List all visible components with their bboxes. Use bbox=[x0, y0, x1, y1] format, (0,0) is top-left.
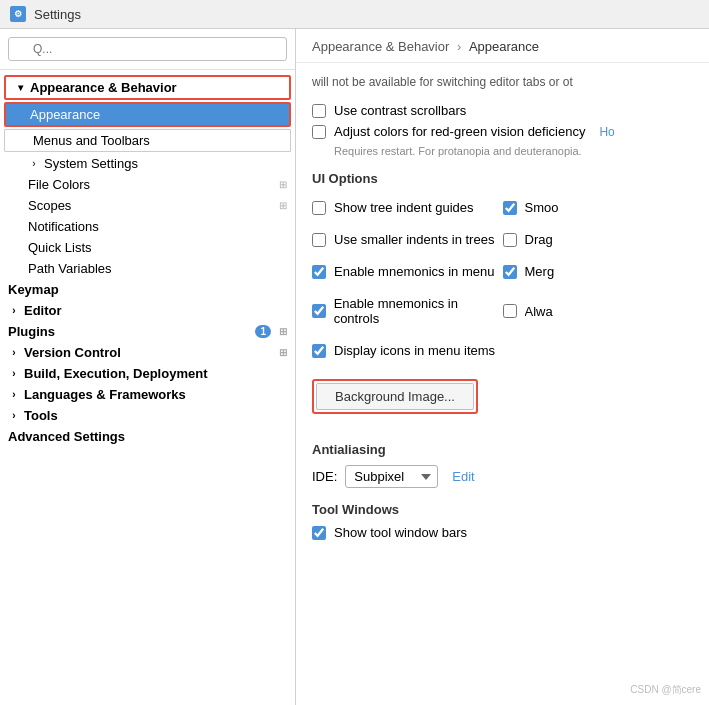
sidebar-label: Plugins bbox=[8, 324, 55, 339]
contrast-scrollbars-checkbox[interactable] bbox=[312, 104, 326, 118]
sidebar-label: Version Control bbox=[24, 345, 121, 360]
external-icon-vc: ⊞ bbox=[279, 347, 287, 358]
expand-icon: › bbox=[28, 158, 40, 170]
sidebar-item-file-colors[interactable]: File Colors ⊞ bbox=[0, 174, 295, 195]
sidebar-item-menus-toolbars[interactable]: Menus and Toolbars bbox=[4, 129, 291, 152]
mnemonics-menu-checkbox[interactable] bbox=[312, 265, 326, 279]
alwa-checkbox[interactable] bbox=[503, 304, 517, 318]
drag-row: Drag bbox=[503, 232, 694, 247]
sidebar-item-keymap[interactable]: Keymap bbox=[0, 279, 295, 300]
drag-checkbox[interactable] bbox=[503, 233, 517, 247]
tree-indent-checkbox[interactable] bbox=[312, 201, 326, 215]
mnemonics-controls-label: Enable mnemonics in controls bbox=[334, 296, 503, 326]
show-tool-window-bars-checkbox[interactable] bbox=[312, 526, 326, 540]
sidebar-item-build-execution[interactable]: › Build, Execution, Deployment bbox=[0, 363, 295, 384]
sidebar-item-path-variables[interactable]: Path Variables bbox=[0, 258, 295, 279]
sidebar-item-advanced-settings[interactable]: Advanced Settings bbox=[0, 426, 295, 447]
sidebar: 🔍 ▾ Appearance & Behavior Appearance Men… bbox=[0, 29, 296, 705]
sidebar-label: System Settings bbox=[44, 156, 138, 171]
sidebar-label: Scopes bbox=[28, 198, 71, 213]
tool-windows-section: Tool Windows Show tool window bars bbox=[312, 502, 693, 540]
contrast-scrollbars-row: Use contrast scrollbars bbox=[312, 103, 693, 118]
sidebar-item-notifications[interactable]: Notifications bbox=[0, 216, 295, 237]
display-icons-row: Display icons in menu items bbox=[312, 343, 503, 358]
breadcrumb: Appearance & Behavior › Appearance bbox=[296, 29, 709, 63]
expand-icon: › bbox=[8, 389, 20, 401]
drag-label: Drag bbox=[525, 232, 553, 247]
sidebar-item-editor[interactable]: › Editor bbox=[0, 300, 295, 321]
breadcrumb-parent: Appearance & Behavior bbox=[312, 39, 449, 54]
alwa-row: Alwa bbox=[503, 304, 694, 319]
sidebar-label: Appearance bbox=[30, 107, 100, 122]
smaller-indents-label: Use smaller indents in trees bbox=[334, 232, 494, 247]
smaller-indents-checkbox[interactable] bbox=[312, 233, 326, 247]
title-bar: ⚙ Settings bbox=[0, 0, 709, 29]
sidebar-label: Advanced Settings bbox=[8, 429, 125, 444]
alwa-label: Alwa bbox=[525, 304, 553, 319]
red-green-vision-row: Adjust colors for red-green vision defic… bbox=[312, 124, 693, 139]
search-input[interactable] bbox=[8, 37, 287, 61]
display-icons-checkbox[interactable] bbox=[312, 344, 326, 358]
merg-label: Merg bbox=[525, 264, 555, 279]
red-green-vision-label: Adjust colors for red-green vision defic… bbox=[334, 124, 585, 139]
expand-icon: › bbox=[8, 410, 20, 422]
contrast-scrollbars-label: Use contrast scrollbars bbox=[334, 103, 466, 118]
antialiasing-edit-link[interactable]: Edit bbox=[452, 469, 474, 484]
show-tool-window-bars-row: Show tool window bars bbox=[312, 525, 693, 540]
external-icon: ⊞ bbox=[279, 200, 287, 211]
panel-body: will not be available for switching edit… bbox=[296, 63, 709, 554]
sidebar-item-tools[interactable]: › Tools bbox=[0, 405, 295, 426]
sidebar-item-appearance-behavior[interactable]: ▾ Appearance & Behavior bbox=[4, 75, 291, 100]
sidebar-item-plugins[interactable]: Plugins 1 ⊞ bbox=[0, 321, 295, 342]
ide-label: IDE: bbox=[312, 469, 337, 484]
tree-indent-label: Show tree indent guides bbox=[334, 200, 473, 215]
sidebar-item-quick-lists[interactable]: Quick Lists bbox=[0, 237, 295, 258]
sidebar-item-scopes[interactable]: Scopes ⊞ bbox=[0, 195, 295, 216]
antialiasing-select[interactable]: Subpixel None Greyscale bbox=[345, 465, 438, 488]
sidebar-label: Languages & Frameworks bbox=[24, 387, 186, 402]
ui-row-4: Enable mnemonics in controls Alwa bbox=[312, 290, 693, 332]
plugins-badge: 1 bbox=[255, 325, 271, 338]
expand-icon: › bbox=[8, 368, 20, 380]
merg-row: Merg bbox=[503, 264, 694, 279]
sidebar-label: Tools bbox=[24, 408, 58, 423]
sidebar-label: Build, Execution, Deployment bbox=[24, 366, 207, 381]
red-green-vision-checkbox[interactable] bbox=[312, 125, 326, 139]
background-image-wrapper: Background Image... bbox=[312, 379, 478, 414]
antialiasing-section: Antialiasing IDE: Subpixel None Greyscal… bbox=[312, 442, 693, 488]
red-green-note: Requires restart. For protanopia and deu… bbox=[334, 145, 693, 157]
tree-indent-row: Show tree indent guides bbox=[312, 200, 503, 215]
sidebar-tree: ▾ Appearance & Behavior Appearance Menus… bbox=[0, 70, 295, 705]
tool-windows-title: Tool Windows bbox=[312, 502, 693, 517]
external-icon: ⊞ bbox=[279, 179, 287, 190]
sidebar-label: File Colors bbox=[28, 177, 90, 192]
sidebar-label: Quick Lists bbox=[28, 240, 92, 255]
search-wrapper: 🔍 bbox=[8, 37, 287, 61]
breadcrumb-current: Appearance bbox=[469, 39, 539, 54]
smaller-indents-row: Use smaller indents in trees bbox=[312, 232, 503, 247]
smoo-checkbox[interactable] bbox=[503, 201, 517, 215]
breadcrumb-separator: › bbox=[457, 39, 461, 54]
mnemonics-controls-row: Enable mnemonics in controls bbox=[312, 296, 503, 326]
title-bar-label: Settings bbox=[34, 7, 81, 22]
sidebar-label: Notifications bbox=[28, 219, 99, 234]
mnemonics-controls-checkbox[interactable] bbox=[312, 304, 326, 318]
sidebar-item-system-settings[interactable]: › System Settings bbox=[0, 153, 295, 174]
antialiasing-row: IDE: Subpixel None Greyscale Edit bbox=[312, 465, 693, 488]
expand-icon: › bbox=[8, 305, 20, 317]
red-green-vision-link[interactable]: Ho bbox=[599, 125, 614, 139]
mnemonics-menu-row: Enable mnemonics in menu bbox=[312, 264, 503, 279]
sidebar-item-languages-frameworks[interactable]: › Languages & Frameworks bbox=[0, 384, 295, 405]
smoo-label: Smoo bbox=[525, 200, 559, 215]
sidebar-item-version-control[interactable]: › Version Control ⊞ bbox=[0, 342, 295, 363]
search-bar: 🔍 bbox=[0, 29, 295, 70]
watermark: CSDN @简cere bbox=[630, 683, 701, 697]
sidebar-item-appearance[interactable]: Appearance bbox=[4, 102, 291, 127]
sidebar-label: Menus and Toolbars bbox=[33, 133, 150, 148]
antialiasing-title: Antialiasing bbox=[312, 442, 693, 457]
background-image-button[interactable]: Background Image... bbox=[316, 383, 474, 410]
merg-checkbox[interactable] bbox=[503, 265, 517, 279]
app-icon: ⚙ bbox=[10, 6, 26, 22]
ui-options-title: UI Options bbox=[312, 171, 693, 186]
external-icon-plugins: ⊞ bbox=[279, 326, 287, 337]
